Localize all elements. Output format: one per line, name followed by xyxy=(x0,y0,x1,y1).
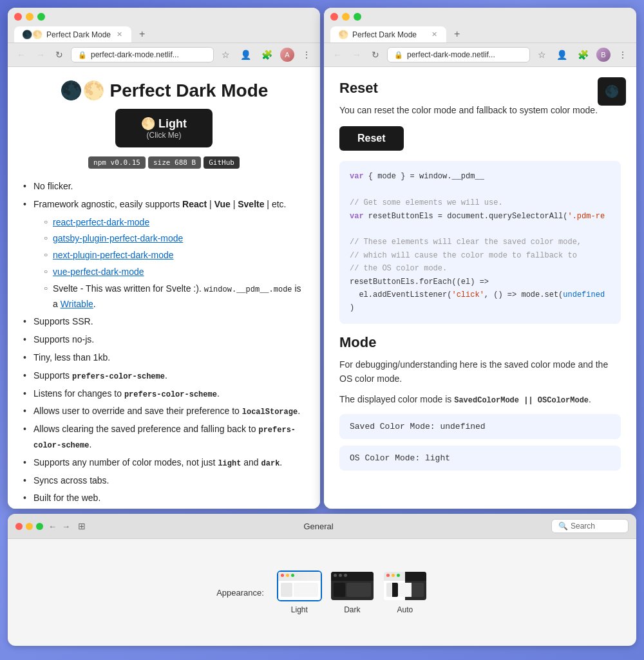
right-page-content: Reset 🌑 You can reset the color mode and… xyxy=(324,67,636,509)
reset-section-title: Reset xyxy=(339,80,621,97)
right-menu-button[interactable]: ⋮ xyxy=(616,48,630,61)
sys-forward-button[interactable]: → xyxy=(62,522,70,531)
left-back-button[interactable]: ← xyxy=(14,48,28,61)
code-line-comment4: // the OS color mode. xyxy=(350,262,611,275)
reset-button[interactable]: Reset xyxy=(339,126,404,151)
framework-sublist: react-perfect-dark-mode gatsby-plugin-pe… xyxy=(33,215,305,312)
right-tl-red[interactable] xyxy=(330,13,338,21)
sys-traffic-lights xyxy=(15,523,43,530)
badges-row: npm v0.0.15 size 688 B GitHub xyxy=(23,156,305,169)
appearance-option-auto[interactable]: Auto xyxy=(383,570,428,614)
react-link[interactable]: react-perfect-dark-mode xyxy=(53,217,149,227)
sys-tl-yellow[interactable] xyxy=(26,523,33,530)
code-line-comment2: // These elements will clear the saved c… xyxy=(350,236,611,249)
left-tab-close[interactable]: ✕ xyxy=(115,30,124,39)
appearance-options: Light xyxy=(277,570,428,614)
right-avatar-image: B xyxy=(601,51,605,59)
dark-option-label: Dark xyxy=(344,605,360,614)
appearance-option-light[interactable]: Light xyxy=(277,570,322,614)
thumb-main xyxy=(294,583,318,597)
mode-section-title: Mode xyxy=(339,334,621,351)
right-address-input[interactable]: 🔒 perfect-dark-mode.netlif... xyxy=(387,47,530,62)
light-click-button[interactable]: 🌕 Light (Click Me) xyxy=(115,109,213,147)
left-address-input[interactable]: 🔒 perfect-dark-mode.netlif... xyxy=(71,47,214,62)
auto-thumb xyxy=(383,570,428,601)
left-new-tab-button[interactable]: + xyxy=(134,26,150,42)
appearance-option-dark[interactable]: Dark xyxy=(330,570,375,614)
sys-grid-button[interactable]: ⊞ xyxy=(78,521,86,531)
code-line-empty1 xyxy=(350,184,611,196)
feature-modes: Supports any number of color modes, not … xyxy=(23,455,305,471)
thumb-dot-green xyxy=(291,574,294,577)
sys-tl-red[interactable] xyxy=(15,523,23,530)
thumb-auto-dots xyxy=(384,572,426,579)
left-bookmark-button[interactable]: ☆ xyxy=(219,48,232,61)
right-forward-button[interactable]: → xyxy=(350,48,364,61)
left-menu-button[interactable]: ⋮ xyxy=(299,48,314,61)
sys-search-icon: 🔍 xyxy=(558,522,568,531)
mode-section: Mode For debugging/understanding here is… xyxy=(339,334,621,471)
left-avatar[interactable]: A xyxy=(280,48,294,62)
right-address-text: perfect-dark-mode.netlif... xyxy=(407,50,523,59)
right-browser-window: 🌕 Perfect Dark Mode ✕ + ← → ↻ 🔒 perfect-… xyxy=(324,8,636,509)
emoji-dark-button[interactable]: 🌑 xyxy=(598,77,626,106)
vue-link[interactable]: vue-perfect-dark-mode xyxy=(53,267,144,277)
thumb-auto-bar xyxy=(384,572,426,581)
writable-link[interactable]: Writable xyxy=(61,299,93,309)
left-tl-red[interactable] xyxy=(14,13,22,21)
sub-svelte: Svelte - This was written for Svelte :).… xyxy=(44,281,305,312)
right-active-tab[interactable]: 🌕 Perfect Dark Mode ✕ xyxy=(330,26,446,42)
mode-desc1: For debugging/understanding here is the … xyxy=(339,357,621,386)
thumb-light-bg xyxy=(278,572,321,600)
left-active-tab[interactable]: 🌑🌕 Perfect Dark Mode ✕ xyxy=(14,26,131,42)
thumb-sidebar xyxy=(281,583,292,597)
left-reload-button[interactable]: ↻ xyxy=(53,48,66,61)
sub-react: react-perfect-dark-mode xyxy=(44,215,305,231)
right-profile-button[interactable]: 👤 xyxy=(554,48,570,61)
code-block: var { mode } = window.__pdm__ // Get som… xyxy=(339,161,621,323)
sys-search-input[interactable]: 🔍 Search xyxy=(551,519,629,533)
thumb-dark-main xyxy=(346,583,371,597)
right-address-bar-row: ← → ↻ 🔒 perfect-dark-mode.netlif... ☆ 👤 … xyxy=(324,43,636,67)
light-thumb xyxy=(277,570,322,601)
gatsby-link[interactable]: gatsby-plugin-perfect-dark-mode xyxy=(53,233,183,243)
dark-thumb xyxy=(330,570,375,601)
left-forward-button[interactable]: → xyxy=(33,48,48,61)
right-tab-favicon: 🌕 xyxy=(338,30,348,39)
right-reload-button[interactable]: ↻ xyxy=(369,48,382,61)
title-emoji: 🌑🌕 xyxy=(60,80,105,100)
right-new-tab-button[interactable]: + xyxy=(449,26,465,42)
saved-color-mode-text: Saved Color Mode: undefined xyxy=(350,422,486,431)
right-browser-chrome: 🌕 Perfect Dark Mode ✕ + xyxy=(324,8,636,43)
left-tl-green[interactable] xyxy=(37,13,45,21)
thumb-dark-bar xyxy=(331,572,374,581)
feature-clearing: Allows clearing the saved preference and… xyxy=(23,422,305,453)
left-tl-yellow[interactable] xyxy=(26,13,33,21)
right-tl-green[interactable] xyxy=(354,13,361,21)
feature-no-flicker: No flicker. xyxy=(23,179,305,194)
left-tab-favicon: 🌑🌕 xyxy=(22,30,43,39)
right-tab-close[interactable]: ✕ xyxy=(430,30,439,39)
code-line-5: ) xyxy=(350,301,611,314)
right-bookmark-button[interactable]: ☆ xyxy=(535,48,549,61)
thumb-dark-sidebar xyxy=(334,583,345,597)
right-puzzle-button[interactable]: 🧩 xyxy=(575,48,591,61)
sys-search-placeholder: Search xyxy=(571,522,595,531)
left-profile-button[interactable]: 👤 xyxy=(238,48,254,61)
left-page-header: 🌑🌕 Perfect Dark Mode 🌕 Light (Click Me) … xyxy=(23,80,305,169)
sys-tl-green[interactable] xyxy=(36,523,43,530)
auto-option-label: Auto xyxy=(397,605,413,614)
code-line-comment1: // Get some elements we will use. xyxy=(350,196,611,209)
right-back-button[interactable]: ← xyxy=(330,48,345,61)
left-traffic-lights xyxy=(14,13,314,21)
right-avatar[interactable]: B xyxy=(596,48,611,62)
thumb-auto-left xyxy=(386,583,398,597)
right-tl-yellow[interactable] xyxy=(342,13,350,21)
mode-code: SavedColorMode || OSColorMode xyxy=(454,396,589,405)
right-tab-title: Perfect Dark Mode xyxy=(352,30,426,39)
left-puzzle-button[interactable]: 🧩 xyxy=(259,48,275,61)
right-lock-icon: 🔒 xyxy=(394,51,403,59)
feature-tiny: Tiny, less than 1kb. xyxy=(23,350,305,366)
sys-back-button[interactable]: ← xyxy=(48,522,57,531)
next-link[interactable]: next-plugin-perfect-dark-mode xyxy=(53,250,174,260)
